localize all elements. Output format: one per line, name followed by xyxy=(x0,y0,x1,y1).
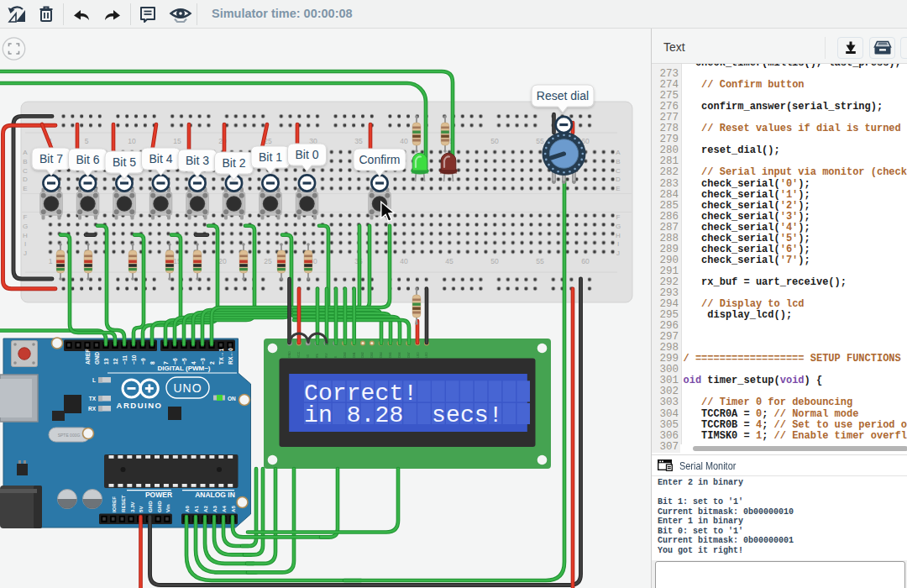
svg-text:RX←0: RX←0 xyxy=(228,348,233,365)
svg-text:Bit 0: Bit 0 xyxy=(295,148,318,161)
svg-text:J: J xyxy=(24,249,27,257)
svg-text:B: B xyxy=(23,158,27,165)
svg-text:25: 25 xyxy=(264,257,272,265)
svg-text:IOREF: IOREF xyxy=(111,496,117,512)
svg-text:Bit 5: Bit 5 xyxy=(113,155,136,169)
svg-text:SPTE 000G: SPTE 000G xyxy=(58,433,81,438)
svg-text:45: 45 xyxy=(445,257,454,265)
svg-text:C: C xyxy=(616,167,621,175)
svg-text:I: I xyxy=(617,240,619,248)
svg-text:Confirm: Confirm xyxy=(359,153,400,166)
svg-text:DIGITAL (PWM~): DIGITAL (PWM~) xyxy=(157,365,210,372)
svg-text:UNO: UNO xyxy=(173,381,202,395)
svg-text:~11: ~11 xyxy=(122,355,128,365)
svg-text:A: A xyxy=(616,149,621,156)
svg-text:DB5: DB5 xyxy=(389,352,392,358)
svg-text:12: 12 xyxy=(113,358,118,365)
svg-text:DB1: DB1 xyxy=(353,352,356,358)
svg-text:A4: A4 xyxy=(221,506,227,512)
svg-text:Bit 3: Bit 3 xyxy=(186,154,209,167)
svg-text:V0: V0 xyxy=(307,354,310,358)
svg-text:20: 20 xyxy=(218,257,227,265)
svg-text:35: 35 xyxy=(354,137,363,145)
svg-text:~10: ~10 xyxy=(131,354,137,365)
svg-text:D: D xyxy=(23,176,28,183)
svg-text:5: 5 xyxy=(85,137,89,145)
svg-text:LED: LED xyxy=(425,352,428,358)
svg-text:Vin: Vin xyxy=(165,504,170,512)
svg-text:A: A xyxy=(23,149,28,156)
svg-text:A0: A0 xyxy=(184,506,190,512)
svg-text:Bit 7: Bit 7 xyxy=(39,152,63,165)
svg-text:H: H xyxy=(616,232,621,239)
svg-text:ANALOG IN: ANALOG IN xyxy=(195,491,235,499)
svg-text:8: 8 xyxy=(149,361,155,365)
svg-text:H: H xyxy=(23,232,28,239)
svg-text:1: 1 xyxy=(49,257,53,265)
svg-text:Bit 4: Bit 4 xyxy=(149,152,172,165)
svg-text:A3: A3 xyxy=(212,506,218,512)
svg-text:J: J xyxy=(616,249,620,257)
svg-text:60: 60 xyxy=(581,257,590,265)
svg-text:LED: LED xyxy=(417,352,420,358)
svg-text:GND: GND xyxy=(147,501,153,512)
svg-text:GND: GND xyxy=(156,501,162,512)
svg-text:Bit 2: Bit 2 xyxy=(222,156,245,170)
svg-text:ARDUINO: ARDUINO xyxy=(117,401,163,410)
svg-text:D: D xyxy=(616,176,621,183)
svg-text:G: G xyxy=(23,223,28,230)
svg-text:40: 40 xyxy=(400,137,408,145)
svg-text:A1: A1 xyxy=(193,506,199,512)
svg-text:C: C xyxy=(23,167,28,175)
svg-text:DB7: DB7 xyxy=(407,352,411,358)
svg-text:VCC: VCC xyxy=(297,351,301,358)
svg-text:50: 50 xyxy=(490,137,499,145)
svg-text:~9: ~9 xyxy=(140,358,146,365)
svg-text:DB2: DB2 xyxy=(361,352,364,358)
svg-text:DB0: DB0 xyxy=(343,352,347,358)
svg-text:RESET: RESET xyxy=(120,495,126,512)
svg-text:F: F xyxy=(24,213,28,221)
svg-text:40: 40 xyxy=(400,257,408,265)
svg-text:in 8.28 secs!: in 8.28 secs! xyxy=(304,402,503,428)
svg-text:RS: RS xyxy=(316,353,319,358)
svg-text:L: L xyxy=(92,377,96,383)
svg-text:E: E xyxy=(616,185,620,192)
svg-text:13: 13 xyxy=(103,358,109,365)
svg-text:DB6: DB6 xyxy=(398,352,401,358)
svg-text:3.3V: 3.3V xyxy=(129,501,135,512)
svg-text:Reset dial: Reset dial xyxy=(537,89,589,102)
svg-text:55: 55 xyxy=(536,137,544,145)
svg-text:B: B xyxy=(616,158,620,165)
svg-text:GND: GND xyxy=(288,351,291,358)
svg-text:E: E xyxy=(23,185,27,192)
svg-text:POWER: POWER xyxy=(145,491,172,499)
svg-text:F: F xyxy=(616,213,621,221)
svg-text:TX→1: TX→1 xyxy=(218,349,224,365)
svg-text:RW: RW xyxy=(325,353,328,358)
svg-text:5V: 5V xyxy=(138,506,144,512)
svg-text:15: 15 xyxy=(173,137,181,145)
svg-text:DB4: DB4 xyxy=(380,352,383,358)
svg-text:DB3: DB3 xyxy=(370,352,374,358)
svg-text:TX: TX xyxy=(89,396,97,402)
svg-text:10: 10 xyxy=(128,137,136,145)
svg-text:A5: A5 xyxy=(230,506,236,512)
svg-text:GND: GND xyxy=(94,352,100,365)
svg-text:ON: ON xyxy=(228,396,236,402)
svg-text:A2: A2 xyxy=(202,506,208,512)
svg-text:55: 55 xyxy=(536,257,544,265)
svg-text:G: G xyxy=(616,223,621,230)
svg-text:RX: RX xyxy=(88,406,97,412)
svg-text:AREF: AREF xyxy=(85,349,91,365)
svg-text:I: I xyxy=(24,240,26,248)
svg-text:Bit 6: Bit 6 xyxy=(76,153,99,166)
svg-text:50: 50 xyxy=(490,257,499,265)
svg-text:Bit 1: Bit 1 xyxy=(259,150,282,164)
